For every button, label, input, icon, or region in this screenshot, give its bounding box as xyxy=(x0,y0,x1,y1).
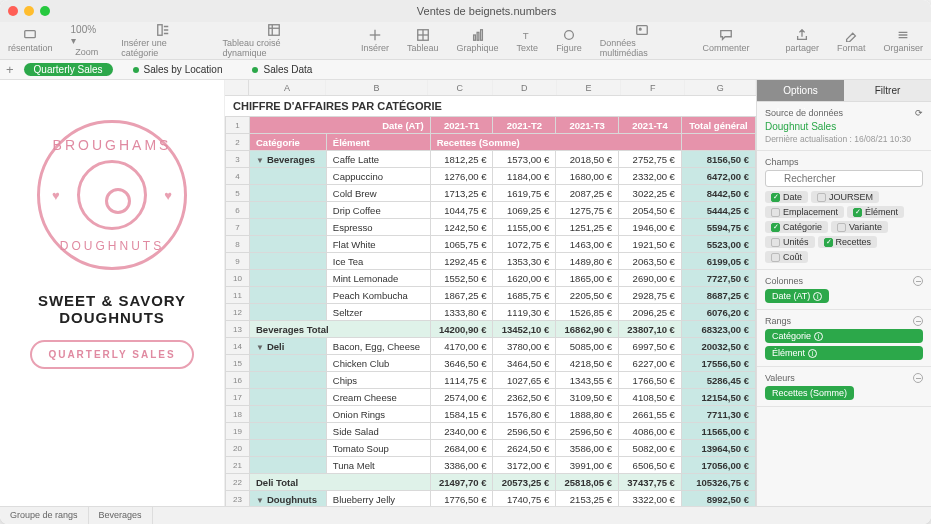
shape-button[interactable]: Figure xyxy=(556,28,582,53)
tab-sales-data[interactable]: Sales Data xyxy=(242,63,322,76)
svg-point-17 xyxy=(565,31,574,40)
pivot-table[interactable]: 1 Date (AT) 2021-T1 2021-T2 2021-T3 2021… xyxy=(225,116,756,506)
brand-top: BROUGHAMS xyxy=(40,137,184,153)
toolbar: résentation 100% ▾Zoom Insérer une catég… xyxy=(0,22,931,60)
brand-logo: ♥ ♥ BROUGHAMS DOUGHNUTS xyxy=(37,120,187,270)
sheet-tabs: + Quarterly Sales Sales by Location Sale… xyxy=(0,60,931,80)
remove-icon[interactable] xyxy=(913,276,923,286)
value-pill-recettes[interactable]: Recettes (Somme) xyxy=(765,386,854,400)
svg-text:T: T xyxy=(523,30,529,41)
row-pill-element[interactable]: Élémenti xyxy=(765,346,923,360)
quarterly-sales-button[interactable]: QUARTERLY SALES xyxy=(30,340,193,369)
data-source[interactable]: Doughnut Sales xyxy=(765,121,923,132)
table-row[interactable]: 20Tomato Soup2684,00 €2624,50 €3586,00 €… xyxy=(226,440,756,457)
svg-rect-14 xyxy=(477,32,479,40)
table-row[interactable]: 5Cold Brew1713,25 €1619,75 €2087,25 €302… xyxy=(226,185,756,202)
tab-sales-by-location[interactable]: Sales by Location xyxy=(123,63,233,76)
insert-button[interactable]: Insérer xyxy=(361,28,389,53)
window-title: Ventes de beignets.numbers xyxy=(50,5,923,17)
table-row[interactable]: 19Side Salad2340,00 €2596,50 €2596,50 €4… xyxy=(226,423,756,440)
tab-quarterly-sales[interactable]: Quarterly Sales xyxy=(24,63,113,76)
donut-icon xyxy=(77,160,147,230)
comment-button[interactable]: Commenter xyxy=(702,28,749,53)
zoom-icon[interactable] xyxy=(40,6,50,16)
field-chip[interactable]: Élément xyxy=(847,206,904,218)
add-sheet-button[interactable]: + xyxy=(6,62,14,77)
field-chip[interactable]: Recettes xyxy=(818,236,878,248)
field-chip[interactable]: Unités xyxy=(765,236,815,248)
table-row[interactable]: 21Tuna Melt3386,00 €3172,00 €3991,00 €65… xyxy=(226,457,756,474)
table-button[interactable]: Tableau xyxy=(407,28,439,53)
tagline: SWEET & SAVORYDOUGHNUTS xyxy=(38,292,186,326)
column-pill-date[interactable]: Date (AT)i xyxy=(765,289,829,303)
table-row[interactable]: 13Beverages Total14200,90 €13452,10 €168… xyxy=(226,321,756,338)
spreadsheet: A B C D E F G CHIFFRE D'AFFAIRES PAR CAT… xyxy=(225,80,756,506)
table-row[interactable]: 15Chicken Club3646,50 €3464,50 €4218,50 … xyxy=(226,355,756,372)
heart-icon: ♥ xyxy=(52,188,60,203)
table-row[interactable]: 3▼BeveragesCaffe Latte1812,25 €1573,00 €… xyxy=(226,151,756,168)
canvas-left: ♥ ♥ BROUGHAMS DOUGHNUTS SWEET & SAVORYDO… xyxy=(0,80,225,506)
table-row[interactable]: 6Drip Coffee1044,75 €1069,25 €1275,75 €2… xyxy=(226,202,756,219)
field-chip[interactable]: JOURSEM xyxy=(811,191,879,203)
svg-rect-18 xyxy=(637,26,648,35)
remove-icon[interactable] xyxy=(913,316,923,326)
svg-rect-0 xyxy=(25,31,36,38)
field-chip[interactable]: Date xyxy=(765,191,808,203)
format-button[interactable]: Format xyxy=(837,28,866,53)
svg-rect-5 xyxy=(269,25,280,36)
table-row[interactable]: 9Ice Tea1292,45 €1353,30 €1489,80 €2063,… xyxy=(226,253,756,270)
table-row[interactable]: 23▼DoughnutsBlueberry Jelly1776,50 €1740… xyxy=(226,491,756,507)
table-row[interactable]: 18Onion Rings1584,15 €1576,80 €1888,80 €… xyxy=(226,406,756,423)
last-updated: Dernière actualisation : 16/08/21 10:30 xyxy=(765,134,923,144)
table-row[interactable]: 7Espresso1242,50 €1155,00 €1251,25 €1946… xyxy=(226,219,756,236)
svg-rect-13 xyxy=(473,35,475,40)
titlebar: Ventes de beignets.numbers xyxy=(0,0,931,22)
table-row[interactable]: 16Chips1114,75 €1027,65 €1343,55 €1766,5… xyxy=(226,372,756,389)
tab-filter[interactable]: Filtrer xyxy=(844,80,931,101)
zoom-menu[interactable]: 100% ▾Zoom xyxy=(71,24,104,57)
status-group-label: Groupe de rangs xyxy=(0,507,89,524)
insert-category-button[interactable]: Insérer une catégorie xyxy=(121,23,204,58)
tab-dynamic-options[interactable]: Options dynamiques xyxy=(757,80,844,101)
table-row[interactable]: 8Flat White1065,75 €1072,75 €1463,00 €19… xyxy=(226,236,756,253)
share-button[interactable]: partager xyxy=(785,28,819,53)
refresh-icon[interactable]: ⟳ xyxy=(915,108,923,118)
field-chip[interactable]: Catégorie xyxy=(765,221,828,233)
table-row[interactable]: 14▼DeliBacon, Egg, Cheese4170,00 €3780,0… xyxy=(226,338,756,355)
table-row[interactable]: 4Cappuccino1276,00 €1184,00 €1680,00 €23… xyxy=(226,168,756,185)
heart-icon: ♥ xyxy=(164,188,172,203)
column-headers[interactable]: A B C D E F G xyxy=(225,80,756,96)
pivot-table-button[interactable]: Tableau croisé dynamique xyxy=(223,23,325,58)
organize-button[interactable]: Organiser xyxy=(884,28,924,53)
table-row[interactable]: 22Deli Total21497,70 €20573,25 €25818,05… xyxy=(226,474,756,491)
media-button[interactable]: Données multimédias xyxy=(600,23,685,58)
presentation-button[interactable]: résentation xyxy=(8,28,53,53)
table-row[interactable]: 12Seltzer1333,80 €1119,30 €1526,85 €2096… xyxy=(226,304,756,321)
inspector-sidebar: Options dynamiques Filtrer Source de don… xyxy=(756,80,931,506)
text-button[interactable]: TTexte xyxy=(517,28,539,53)
svg-point-19 xyxy=(639,28,641,30)
table-row[interactable]: 10Mint Lemonade1552,50 €1620,00 €1865,00… xyxy=(226,270,756,287)
table-title: CHIFFRE D'AFFAIRES PAR CATÉGORIE xyxy=(225,96,756,116)
field-chip[interactable]: Emplacement xyxy=(765,206,844,218)
brand-bottom: DOUGHNUTS xyxy=(40,239,184,253)
table-row[interactable]: 11Peach Kombucha1867,25 €1685,75 €2205,5… xyxy=(226,287,756,304)
table-row[interactable]: 17Cream Cheese2574,00 €2362,50 €3109,50 … xyxy=(226,389,756,406)
row-pill-category[interactable]: Catégoriei xyxy=(765,329,923,343)
minimize-icon[interactable] xyxy=(24,6,34,16)
field-search-input[interactable] xyxy=(765,170,923,187)
remove-icon[interactable] xyxy=(913,373,923,383)
status-bar: Groupe de rangs Beverages xyxy=(0,506,931,524)
svg-rect-15 xyxy=(480,30,482,41)
chart-button[interactable]: Graphique xyxy=(457,28,499,53)
close-icon[interactable] xyxy=(8,6,18,16)
field-chip[interactable]: Variante xyxy=(831,221,888,233)
svg-rect-1 xyxy=(158,25,162,36)
field-chip[interactable]: Coût xyxy=(765,251,808,263)
status-group-value: Beverages xyxy=(89,507,153,524)
